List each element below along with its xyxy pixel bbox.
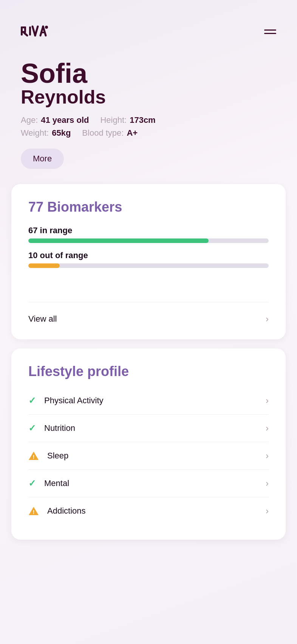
svg-text:!: ! <box>33 454 35 460</box>
warning-icon: ! <box>28 506 39 516</box>
lifestyle-item-left: ✓ Mental <box>28 478 69 489</box>
out-of-range-progress-fill <box>28 263 60 268</box>
warning-icon: ! <box>28 450 39 461</box>
lifestyle-item-addictions[interactable]: ! Addictions › <box>28 497 269 525</box>
profile-stats-row2: Weight: 65kg Blood type: A+ <box>21 128 276 138</box>
check-icon: ✓ <box>28 478 36 489</box>
blood-type-label: Blood type: <box>82 128 124 138</box>
biomarkers-title: 77 Biomarkers <box>28 199 269 215</box>
lifestyle-item-mental[interactable]: ✓ Mental › <box>28 470 269 497</box>
svg-rect-2 <box>24 26 26 31</box>
profile-first-name: Sofia <box>21 60 276 87</box>
svg-line-7 <box>35 26 38 36</box>
lifestyle-item-physical-activity[interactable]: ✓ Physical Activity › <box>28 387 269 415</box>
chevron-right-icon: › <box>266 423 269 433</box>
chevron-right-icon: › <box>266 314 269 324</box>
menu-button[interactable] <box>264 29 276 34</box>
in-range-progress-fill <box>28 238 209 243</box>
weight-value: 65kg <box>52 128 71 138</box>
lifestyle-item-left: ✓ Physical Activity <box>28 395 104 406</box>
lifestyle-item-label: Addictions <box>47 506 86 516</box>
in-range-label: 67 in range <box>28 226 269 235</box>
lifestyle-item-label: Mental <box>44 478 69 488</box>
chevron-right-icon: › <box>266 478 269 489</box>
lifestyle-item-label: Physical Activity <box>44 396 104 406</box>
biomarkers-card: 77 Biomarkers 67 in range 10 out of rang… <box>11 184 286 339</box>
age-label: Age: <box>21 115 38 125</box>
lifestyle-item-label: Sleep <box>47 451 68 461</box>
svg-line-4 <box>24 33 27 36</box>
out-of-range-row: 10 out of range <box>28 251 269 268</box>
lifestyle-item-left: ! Addictions <box>28 506 86 516</box>
blood-type-stat: Blood type: A+ <box>82 128 138 138</box>
hamburger-line-2 <box>264 33 276 34</box>
cards-container: 77 Biomarkers 67 in range 10 out of rang… <box>0 184 297 540</box>
height-stat: Height: 173cm <box>100 115 155 125</box>
lifestyle-item-left: ! Sleep <box>28 450 68 461</box>
out-of-range-progress-bg <box>28 263 269 268</box>
lifestyle-title: Lifestyle profile <box>28 364 269 379</box>
lifestyle-item-label: Nutrition <box>44 423 75 433</box>
in-range-progress-bg <box>28 238 269 243</box>
svg-rect-5 <box>29 26 31 36</box>
profile-stats-row1: Age: 41 years old Height: 173cm <box>21 115 276 125</box>
out-of-range-label: 10 out of range <box>28 251 269 260</box>
chevron-right-icon: › <box>266 395 269 406</box>
check-icon: ✓ <box>28 395 36 406</box>
lifestyle-item-sleep[interactable]: ! Sleep › <box>28 442 269 470</box>
age-value: 41 years old <box>41 115 89 125</box>
more-button[interactable]: More <box>21 149 64 169</box>
profile-section: Sofia Reynolds Age: 41 years old Height:… <box>0 52 297 184</box>
profile-last-name: Reynolds <box>21 87 276 108</box>
height-value: 173cm <box>130 115 156 125</box>
check-icon: ✓ <box>28 423 36 433</box>
lifestyle-card: Lifestyle profile ✓ Physical Activity › … <box>11 348 286 540</box>
chevron-right-icon: › <box>266 450 269 461</box>
view-all-row[interactable]: View all › <box>28 314 269 324</box>
header <box>0 0 297 52</box>
age-stat: Age: 41 years old <box>21 115 89 125</box>
in-range-row: 67 in range <box>28 226 269 243</box>
svg-point-11 <box>45 26 48 29</box>
view-all-label: View all <box>28 314 57 324</box>
lifestyle-item-left: ✓ Nutrition <box>28 423 75 433</box>
weight-stat: Weight: 65kg <box>21 128 71 138</box>
svg-text:!: ! <box>33 509 35 515</box>
hamburger-line-1 <box>264 29 276 31</box>
chevron-right-icon: › <box>266 506 269 516</box>
weight-label: Weight: <box>21 128 49 138</box>
card-divider <box>28 302 269 302</box>
logo <box>21 23 66 41</box>
lifestyle-item-nutrition[interactable]: ✓ Nutrition › <box>28 415 269 442</box>
blood-type-value: A+ <box>127 128 138 138</box>
height-label: Height: <box>100 115 127 125</box>
